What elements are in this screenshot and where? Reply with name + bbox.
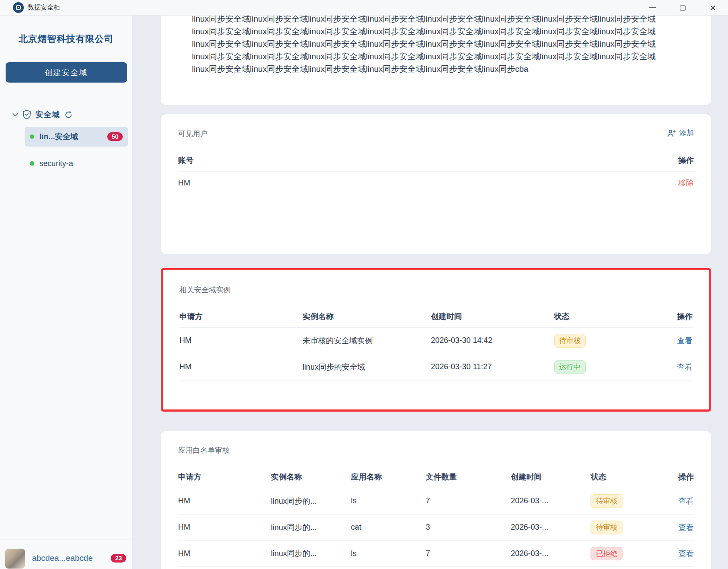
- view-link[interactable]: 查看: [677, 363, 693, 371]
- table-cell: linux同步的安全域: [303, 354, 431, 380]
- table-cell: ls: [351, 488, 426, 515]
- remove-link[interactable]: 移除: [678, 179, 694, 187]
- table-cell: 2026-03-...: [511, 514, 591, 540]
- related-instances-card-highlighted: 相关安全域实例 申请方实例名称创建时间状态操作HM未审核的安全域实例2026-0…: [161, 268, 711, 412]
- table-cell: HM: [178, 540, 271, 567]
- sidebar-item-label: lin...安全域: [39, 131, 78, 142]
- user-avatar: [5, 549, 25, 569]
- add-user-button[interactable]: 添加: [667, 128, 694, 138]
- table-cell: 7: [426, 488, 511, 515]
- action-cell: 查看: [658, 514, 694, 540]
- current-user-row[interactable]: abcdea...eabcde 23: [0, 540, 132, 569]
- visible-users-table: 账号操作HM移除: [178, 150, 694, 194]
- table-cell: HM: [178, 488, 271, 515]
- titlebar: 数据安全柜 ✕: [0, 0, 728, 16]
- action-cell: 移除: [436, 172, 694, 195]
- table-row: HM移除: [178, 172, 694, 195]
- tree-group-security-domain[interactable]: 安全域: [0, 109, 132, 120]
- column-header: 操作: [646, 306, 693, 328]
- related-instances-table: 申请方实例名称创建时间状态操作HM未审核的安全域实例2026-03-30 14:…: [179, 306, 693, 380]
- status-cell: 运行中: [554, 354, 647, 380]
- column-header: 实例名称: [303, 306, 431, 328]
- create-security-domain-button[interactable]: 创建安全域: [6, 62, 127, 83]
- table-row: HMlinux同步的安全域2026-03-30 11:27运行中查看: [179, 354, 693, 380]
- status-dot-icon: [30, 134, 34, 139]
- main-content: linux同步安全域linux同步安全域linux同步安全域linux同步安全域…: [133, 16, 728, 569]
- tree-group-label: 安全域: [35, 109, 60, 120]
- status-cell: 待审核: [554, 328, 647, 354]
- status-dot-icon: [30, 161, 34, 166]
- table-cell: 3: [426, 514, 511, 540]
- view-link[interactable]: 查看: [678, 523, 694, 532]
- table-row: HM未审核的安全域实例2026-03-30 14:42待审核查看: [179, 328, 693, 354]
- table-cell: cat: [351, 514, 426, 540]
- maximize-icon: [680, 5, 686, 11]
- view-link[interactable]: 查看: [678, 497, 694, 505]
- column-header: 账号: [178, 150, 436, 172]
- action-cell: 查看: [646, 328, 693, 354]
- column-header: 申请方: [178, 467, 271, 488]
- status-badge: 运行中: [554, 360, 586, 374]
- table-row: HMlinux同步的...ls72026-03-...待审核查看: [178, 488, 694, 515]
- user-name: abcdea...eabcde: [32, 553, 93, 563]
- related-instances-title: 相关安全域实例: [179, 270, 693, 295]
- status-cell: 已拒绝: [591, 540, 658, 567]
- table-cell: ls: [351, 540, 426, 567]
- window-title: 数据安全柜: [28, 3, 60, 12]
- table-cell: HM: [178, 172, 436, 195]
- visible-users-card: 可见用户 添加 账号操作HM移除: [161, 114, 711, 254]
- table-cell: 2026-03-30 11:27: [431, 354, 554, 380]
- sidebar-item-lin-security-domain[interactable]: lin...安全域 50: [25, 127, 128, 147]
- maximize-button[interactable]: [667, 0, 698, 16]
- table-cell: 7: [426, 540, 511, 567]
- app-whitelist-table: 申请方实例名称应用名称文件数量创建时间状态操作HMlinux同步的...ls72…: [178, 467, 694, 567]
- app-whitelist-title: 应用白名单审核: [178, 431, 694, 455]
- table-cell: 未审核的安全域实例: [303, 328, 431, 354]
- column-header: 状态: [554, 306, 647, 328]
- add-user-label: 添加: [679, 128, 694, 138]
- visible-users-title: 可见用户: [178, 114, 694, 139]
- column-header: 文件数量: [426, 467, 511, 488]
- minimize-button[interactable]: [637, 0, 667, 16]
- window-controls: ✕: [637, 0, 728, 16]
- domain-description-card: linux同步安全域linux同步安全域linux同步安全域linux同步安全域…: [161, 16, 711, 105]
- view-link[interactable]: 查看: [678, 549, 694, 558]
- refresh-icon[interactable]: [64, 111, 73, 119]
- company-name: 北京熠智科技有限公司: [0, 33, 132, 45]
- minimize-icon: [649, 7, 656, 8]
- table-cell: linux同步的...: [271, 540, 351, 567]
- status-cell: 待审核: [591, 488, 658, 515]
- table-cell: linux同步的...: [271, 514, 351, 540]
- sidebar: 北京熠智科技有限公司 创建安全域 安全域 lin...安全域 50 securi…: [0, 16, 133, 569]
- table-cell: 2026-03-30 14:42: [431, 328, 554, 354]
- view-link[interactable]: 查看: [677, 336, 693, 345]
- action-cell: 查看: [658, 488, 694, 515]
- person-plus-icon: [667, 129, 676, 137]
- domain-description-text: linux同步安全域linux同步安全域linux同步安全域linux同步安全域…: [192, 16, 668, 75]
- app-logo-safe-icon: [13, 2, 24, 13]
- column-header: 应用名称: [351, 467, 426, 488]
- status-badge: 待审核: [554, 334, 586, 348]
- close-icon: ✕: [709, 4, 716, 12]
- status-cell: 待审核: [591, 514, 658, 540]
- close-button[interactable]: ✕: [698, 0, 728, 16]
- column-header: 实例名称: [271, 467, 351, 488]
- chevron-down-icon[interactable]: [13, 113, 18, 117]
- column-header: 创建时间: [511, 467, 591, 488]
- table-cell: 2026-03-...: [511, 540, 591, 567]
- table-row: HMlinux同步的...cat32026-03-...待审核查看: [178, 514, 694, 540]
- column-header: 申请方: [179, 306, 303, 328]
- column-header: 创建时间: [431, 306, 554, 328]
- table-cell: HM: [179, 354, 303, 380]
- unread-count-badge: 50: [107, 132, 123, 141]
- status-badge: 待审核: [591, 494, 623, 508]
- status-badge: 待审核: [591, 521, 623, 534]
- notification-count-badge: 23: [111, 554, 126, 563]
- sidebar-item-label: security-a: [39, 159, 73, 168]
- action-cell: 查看: [658, 540, 694, 567]
- table-cell: HM: [179, 328, 303, 354]
- sidebar-item-security-a[interactable]: security-a: [25, 153, 128, 173]
- table-cell: linux同步的...: [271, 488, 351, 515]
- status-badge: 已拒绝: [591, 547, 623, 561]
- table-row: HMlinux同步的...ls72026-03-...已拒绝查看: [178, 540, 694, 567]
